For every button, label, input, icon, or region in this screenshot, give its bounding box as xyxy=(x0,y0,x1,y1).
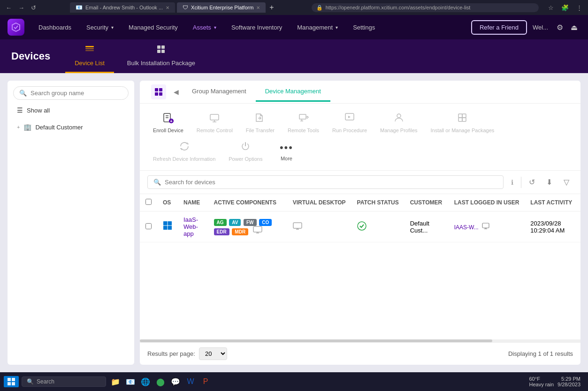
file-transfer-tool[interactable]: File Transfer xyxy=(240,109,280,136)
remote-control-label: Remote Control xyxy=(197,128,233,133)
svg-rect-5 xyxy=(157,50,160,53)
tab-bulk-installation[interactable]: Bulk Installation Package xyxy=(118,39,205,73)
windows-os-icon xyxy=(163,223,172,232)
collapse-sidebar-button[interactable]: ◀ xyxy=(170,84,183,99)
main-content: 🔍 ☰ Show all + 🏢 Default Customer ◀ Grou… xyxy=(0,73,588,372)
nav-assets[interactable]: Assets ▾ xyxy=(186,20,223,35)
refresh-table-button[interactable]: ↺ xyxy=(525,176,539,188)
os-cell xyxy=(157,211,178,242)
forward-button[interactable]: → xyxy=(16,3,26,12)
svg-rect-4 xyxy=(161,45,165,49)
device-search-box[interactable]: 🔍 xyxy=(147,175,504,189)
device-table-wrapper: OS NAME ACTIVE COMPONENTS VIRTUAL DESKTO… xyxy=(140,194,580,339)
svg-marker-24 xyxy=(348,116,351,118)
pagination-row: Results per page: 20 10 50 100 Displayin… xyxy=(140,342,580,365)
browser-tab-email[interactable]: 📧 Email - Andrew Smith - Outlook ... ✕ xyxy=(70,2,175,13)
nav-management[interactable]: Management ▾ xyxy=(290,20,344,35)
device-management-tab[interactable]: Device Management xyxy=(256,82,330,102)
svg-rect-28 xyxy=(458,118,462,121)
more-icon: ••• xyxy=(280,142,293,154)
remote-control-tool[interactable]: Remote Control xyxy=(191,109,238,136)
select-all-header[interactable] xyxy=(140,194,157,211)
name-cell: IaaS-Web-app xyxy=(178,211,208,242)
components-cell: AG AV FW CO EDR MDR xyxy=(208,211,287,242)
enroll-device-tool[interactable]: + Enroll Device xyxy=(147,109,189,136)
expand-icon[interactable]: + xyxy=(17,124,20,130)
refresh-device-tool[interactable]: Refresh Device Information xyxy=(147,138,221,165)
nav-settings[interactable]: Settings xyxy=(346,20,382,35)
close-tab-email[interactable]: ✕ xyxy=(166,5,169,10)
browser-controls: ← → ↺ xyxy=(4,3,38,12)
horizontal-scrollbar[interactable] xyxy=(140,339,580,342)
content-panel: ◀ Group Management Device Management + E… xyxy=(140,81,580,365)
sidebar-default-customer[interactable]: + 🏢 Default Customer xyxy=(13,120,129,134)
back-button[interactable]: ← xyxy=(4,3,14,12)
svg-rect-27 xyxy=(462,114,466,118)
close-tab-xcitium[interactable]: ✕ xyxy=(256,5,260,10)
svg-rect-9 xyxy=(155,92,158,96)
mdr-badge: MDR xyxy=(232,228,248,235)
device-table: OS NAME ACTIVE COMPONENTS VIRTUAL DESKTO… xyxy=(140,194,580,242)
active-components-column-header: ACTIVE COMPONENTS xyxy=(208,194,287,211)
extensions-button[interactable]: 🧩 xyxy=(559,3,571,12)
nav-software-inventory[interactable]: Software Inventory xyxy=(225,20,289,35)
results-per-page-select[interactable]: 20 10 50 100 xyxy=(199,347,227,360)
sidebar-show-all[interactable]: ☰ Show all xyxy=(13,104,129,117)
svg-rect-26 xyxy=(458,114,462,118)
remote-tools-tool[interactable]: Remote Tools xyxy=(282,109,325,136)
browser-tab-xcitium[interactable]: 🛡 Xcitium Enterprise Platform ✕ xyxy=(177,2,266,13)
tab-device-list[interactable]: Device List xyxy=(65,39,114,73)
user-menu[interactable]: Wel... xyxy=(529,21,552,34)
file-transfer-label: File Transfer xyxy=(246,128,275,133)
group-search-box[interactable]: 🔍 xyxy=(13,86,129,100)
address-bar[interactable]: 🔒 https://openedr.platform.xcitium.com/a… xyxy=(312,3,539,12)
refer-friend-button[interactable]: Refer a Friend xyxy=(471,20,527,35)
run-procedure-tool[interactable]: Run Procedure xyxy=(327,109,373,136)
device-list-icon xyxy=(84,44,95,57)
logo[interactable] xyxy=(8,19,24,36)
nav-managed-security[interactable]: Managed Security xyxy=(122,20,184,35)
more-tool[interactable]: ••• More xyxy=(270,139,303,164)
virtual-desktop-cell xyxy=(287,211,351,242)
logout-icon[interactable]: ⏏ xyxy=(568,20,580,35)
svg-rect-20 xyxy=(299,114,306,119)
assets-chevron: ▾ xyxy=(214,25,216,30)
edr-badge: EDR xyxy=(214,228,229,235)
svg-rect-0 xyxy=(85,46,94,47)
refresh-device-label: Refresh Device Information xyxy=(153,156,215,162)
bookmark-button[interactable]: ☆ xyxy=(546,3,556,12)
new-tab-button[interactable]: + xyxy=(267,2,275,13)
nav-security[interactable]: Security ▾ xyxy=(80,20,120,35)
last-activity-cell: 2023/09/28 10:29:04 AM xyxy=(525,211,580,242)
remote-tools-icon xyxy=(298,112,309,126)
menu-button[interactable]: ⋮ xyxy=(574,3,584,12)
file-transfer-icon xyxy=(254,112,266,126)
filter-button[interactable]: ▽ xyxy=(560,176,573,188)
page-title: Devices xyxy=(11,50,50,62)
install-manage-packages-tool[interactable]: Install or Manage Packages xyxy=(425,109,500,136)
row-checkbox[interactable] xyxy=(145,223,152,229)
svg-rect-37 xyxy=(293,223,302,228)
settings-icon[interactable]: ⚙ xyxy=(554,20,566,35)
device-search-input[interactable] xyxy=(165,179,497,186)
row-checkbox-cell[interactable] xyxy=(140,211,157,242)
refresh-button[interactable]: ↺ xyxy=(29,3,38,12)
panel-nav-icon-area: ◀ xyxy=(147,81,183,103)
export-button[interactable]: ⬇ xyxy=(542,176,556,188)
select-all-checkbox[interactable] xyxy=(145,199,152,205)
nav-dashboards[interactable]: Dashboards xyxy=(32,20,78,35)
group-management-tab[interactable]: Group Management xyxy=(183,82,256,102)
power-options-tool[interactable]: Power Options xyxy=(223,138,268,165)
search-info-button[interactable]: ℹ xyxy=(507,177,517,188)
svg-rect-1 xyxy=(85,48,94,49)
power-options-icon xyxy=(240,141,251,154)
table-row: IaaS-Web-app AG AV FW CO EDR MDR xyxy=(140,211,580,242)
sidebar: 🔍 ☰ Show all + 🏢 Default Customer xyxy=(8,81,134,365)
more-label: More xyxy=(281,156,292,161)
manage-profiles-tool[interactable]: Manage Profiles xyxy=(374,109,423,136)
top-nav: Dashboards Security ▾ Managed Security A… xyxy=(0,15,588,39)
svg-rect-41 xyxy=(482,223,489,228)
group-search-input[interactable] xyxy=(31,90,122,97)
last-logged-in-user-column-header: LAST LOGGED IN USER xyxy=(449,194,525,211)
device-name-link[interactable]: IaaS-Web-app xyxy=(183,216,198,237)
